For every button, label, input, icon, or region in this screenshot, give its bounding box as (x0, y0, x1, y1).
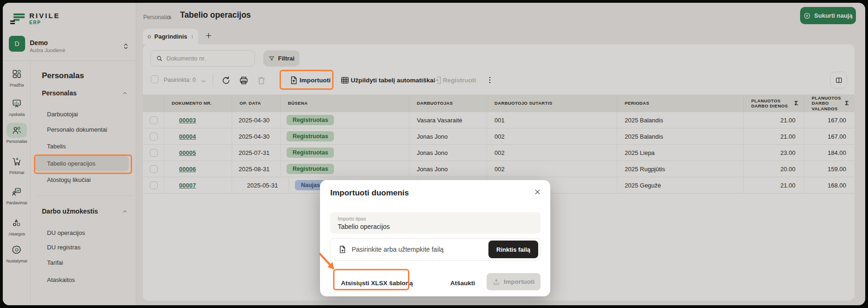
column-header[interactable]: PLANUOTOS DARBO DIENOSΣ (744, 94, 804, 112)
shapes-icon (7, 215, 27, 230)
row-checkbox[interactable] (150, 149, 158, 157)
column-header[interactable]: BŪSENA (280, 94, 409, 112)
sum-icon[interactable]: Σ (845, 100, 849, 107)
planned-hours-cell: 167.00 (804, 112, 855, 128)
menu-section-1[interactable]: Personalas (42, 89, 128, 97)
row-checkbox[interactable] (150, 165, 158, 173)
planned-days-cell: 23.00 (744, 145, 804, 161)
table-header: DOKUMENTO NR.OP. DATABŪSENADARBUOTOJASDA… (143, 94, 855, 112)
rail-item-pirkimai[interactable]: Pirkimai (3, 154, 31, 175)
tab-menu-icon[interactable] (190, 33, 194, 40)
file-dropzone[interactable]: Pasirinkite arba užtempkite failą Rinkti… (330, 238, 541, 261)
rail-item-pardavimai[interactable]: Pardavimai (3, 184, 31, 205)
sidebar-item-du-operacijos[interactable]: DU operacijos (47, 229, 85, 236)
trash-icon (256, 75, 267, 86)
register-label[interactable]: Registruoti (443, 77, 476, 84)
table-row[interactable]: 000062025-08-31RegistruotasJonas Jono002… (143, 161, 855, 177)
op-date-cell: 2025-05-31 (240, 177, 289, 193)
row-checkbox[interactable] (150, 116, 158, 124)
document-link[interactable]: 00004 (179, 133, 196, 140)
autofill-label[interactable]: Užpildyti tabelį automatiškai (351, 77, 435, 84)
chevron-up-icon[interactable] (122, 208, 128, 214)
search-input[interactable]: Dokumento nr. (150, 50, 255, 67)
download-template-link[interactable]: Atsisiųsti XLSX šabloną (341, 280, 413, 287)
column-settings-button[interactable] (830, 72, 847, 88)
document-link[interactable]: 00005 (179, 149, 196, 156)
account-switcher-icon[interactable] (122, 42, 129, 52)
planned-hours-cell: 168.00 (804, 177, 855, 193)
column-header[interactable]: OP. DATA (232, 94, 280, 112)
toolbar: Pasirinkta: 0 Importuoti (143, 71, 855, 90)
register-button[interactable] (433, 75, 442, 87)
column-header[interactable]: PERIODAS (617, 94, 744, 112)
period-cell: 2025 Balandis (617, 112, 744, 128)
column-header[interactable]: PLANUOTOS DARBO VALANDOSΣ (804, 94, 855, 112)
close-icon[interactable] (534, 188, 541, 197)
sidebar-item-atostogų-likučiai[interactable]: Atostogų likučiai (47, 176, 91, 183)
autofill-button[interactable] (340, 75, 350, 87)
toolbar-kebab-icon[interactable] (486, 76, 494, 86)
rail-item-label: Apskaita (9, 112, 25, 117)
table-row[interactable]: 000052025-07-31RegistruotasJonas Jono002… (143, 145, 855, 161)
import-type-field[interactable]: Importo tipas Tabelio operacijos (330, 212, 541, 234)
column-header[interactable]: DOKUMENTO NR. (164, 94, 232, 112)
op-date-cell: 2025-07-31 (232, 145, 280, 161)
add-tab-button[interactable] (205, 32, 213, 41)
row-checkbox[interactable] (150, 133, 158, 141)
column-header[interactable]: DARBUOTOJO SUTARTIS (487, 94, 617, 112)
sidebar: RIVILE ERP D Demo Aušra Juodienė Pradžia… (3, 3, 136, 305)
print-button[interactable] (239, 75, 249, 87)
rail-item-nustatymai[interactable]: Nustatymai (3, 242, 31, 263)
header-checkbox-cell (143, 94, 164, 112)
tab-label: Pagrindinis (154, 33, 187, 40)
planned-days-cell: 21.00 (744, 177, 804, 193)
op-date-cell: 2025-04-30 (232, 128, 280, 144)
account-user: Aušra Juodienė (30, 47, 65, 53)
select-all-checkbox[interactable] (151, 75, 159, 83)
rail-item-pradžia[interactable]: Pradžia (3, 67, 31, 87)
contract-cell: 002 (487, 128, 617, 144)
rail-item-personalas[interactable]: Personalas (3, 123, 31, 144)
document-link[interactable]: 00006 (179, 166, 196, 173)
printer-icon (239, 75, 249, 86)
sidebar-item-personalo-dokumentai[interactable]: Personalo dokumentai (47, 126, 107, 133)
import-label[interactable]: Importuoti (300, 77, 331, 84)
table-row[interactable]: 000032025-04-30RegistruotasVasara Vasara… (143, 112, 855, 128)
menu-section-title: Personalas (42, 89, 77, 97)
status-badge: Registruotas (287, 115, 334, 125)
upload-icon (493, 278, 500, 286)
cancel-button[interactable]: Atšaukti (450, 280, 475, 287)
document-link[interactable]: 00003 (179, 117, 196, 124)
choose-file-button[interactable]: Rinktis failą (488, 241, 538, 258)
table-row[interactable]: 000042025-04-30RegistruotasJonas Jono002… (143, 128, 855, 145)
document-link[interactable]: 00007 (179, 182, 196, 189)
planned-hours-cell: 159.00 (804, 161, 855, 177)
filters-button[interactable]: Filtrai (263, 50, 300, 67)
sidebar-item-du-registras[interactable]: DU registras (47, 244, 80, 251)
selected-count: Pasirinkta: 0 (164, 77, 196, 83)
chevron-up-icon[interactable] (122, 90, 128, 96)
employee-cell: Vasara Vasaraitė (409, 112, 487, 128)
refresh-button[interactable] (221, 75, 231, 87)
sidebar-item-tabelio-operacijos[interactable]: Tabelio operacijos (47, 160, 95, 167)
modal-import-button[interactable]: Importuoti (487, 273, 541, 290)
row-checkbox[interactable] (150, 181, 158, 189)
sidebar-item-tabelis[interactable]: Tabelis (47, 143, 66, 150)
breadcrumb-chevron-icon (167, 13, 172, 22)
menu-section-2[interactable]: Darbo užmokestis (42, 208, 128, 215)
rail-item-atsargos[interactable]: Atsargos (3, 215, 31, 236)
import-button[interactable] (289, 75, 299, 87)
import-modal: Importuoti duomenis Importo tipas Tabeli… (320, 180, 550, 296)
sidebar-item-ataskaitos[interactable]: Ataskaitos (47, 276, 75, 283)
create-new-button[interactable]: Sukurti naują (800, 7, 856, 24)
delete-button[interactable] (256, 75, 267, 87)
column-header[interactable]: DARBUOTOJAS (409, 94, 487, 112)
planned-hours-cell: 167.00 (804, 128, 855, 144)
sum-icon[interactable]: Σ (795, 100, 798, 107)
sidebar-item-darbuotojai[interactable]: Darbuotojai (47, 111, 78, 118)
selected-chevron-down-icon[interactable] (200, 78, 207, 86)
nav-rail: PradžiaApskaitaPersonalasPirkimaiPardavi… (3, 61, 31, 305)
sidebar-item-tarifai[interactable]: Tarifai (47, 259, 63, 266)
tab-pagrindinis[interactable]: Pagrindinis (143, 29, 198, 44)
rail-item-apskaita[interactable]: Apskaita (3, 96, 31, 117)
